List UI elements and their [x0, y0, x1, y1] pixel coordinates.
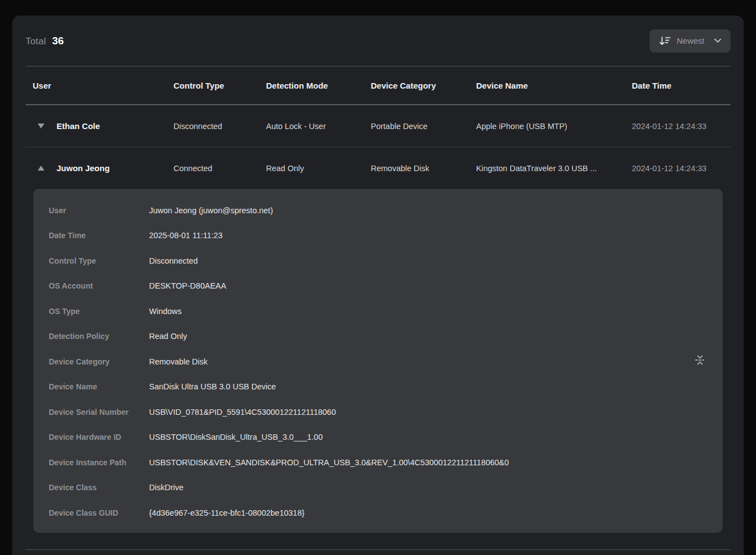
detail-value: USBSTOR\DiskSanDisk_Ultra_USB_3.0___1.00 — [149, 433, 323, 441]
detail-field: Device Serial NumberUSB\VID_0781&PID_559… — [49, 399, 723, 425]
page-background: Total 36 Newest — [0, 0, 756, 555]
user-name: Juwon Jeong — [57, 163, 110, 173]
user-name: Ethan Cole — [57, 121, 100, 131]
detail-field: Device Class GUID{4d36e967-e325-11ce-bfc… — [49, 500, 723, 526]
detail-panel: UserJuwon Jeong (juwon@spresto.net) Date… — [33, 189, 723, 533]
device-category-cell: Removable Disk — [371, 164, 476, 173]
user-cell: Juwon Jeong — [25, 163, 173, 173]
control-type-cell: Disconnected — [173, 122, 266, 131]
column-header-detection-mode: Detection Mode — [266, 81, 371, 90]
detail-value: Disconnected — [149, 256, 198, 265]
detail-value: USBSTOR\DISK&VEN_SANDISK&PROD_ULTRA_USB_… — [149, 458, 509, 467]
column-header-user: User — [25, 81, 173, 90]
detail-field: Device CategoryRemovable Disk — [49, 349, 723, 374]
detail-value: Juwon Jeong (juwon@spresto.net) — [149, 206, 273, 215]
user-cell: Ethan Cole — [25, 121, 173, 131]
detail-field: Device Hardware IDUSBSTOR\DiskSanDisk_Ul… — [49, 425, 723, 450]
detail-field: Date Time2025-08-01 11:11:23 — [49, 223, 723, 249]
detail-label: User — [49, 206, 149, 215]
device-category-cell: Portable Device — [371, 122, 476, 131]
card-header: Total 36 Newest — [25, 16, 731, 66]
collapse-toggle-button[interactable] — [37, 166, 45, 171]
detail-field: Detection PolicyRead Only — [49, 324, 723, 350]
detail-value: DiskDrive — [149, 483, 183, 492]
detail-value: {4d36e967-e325-11ce-bfc1-08002be10318} — [149, 508, 304, 517]
detail-label: Device Name — [49, 382, 149, 391]
total-value: 36 — [52, 35, 64, 47]
column-header-control-type: Control Type — [173, 81, 266, 90]
detail-field: UserJuwon Jeong (juwon@spresto.net) — [49, 198, 723, 223]
total-label: Total — [25, 36, 46, 47]
bottom-divider — [25, 549, 731, 550]
caret-down-icon — [38, 124, 44, 129]
column-header-device-name: Device Name — [476, 81, 632, 90]
detail-field: Control TypeDisconnected — [49, 248, 723, 274]
collapse-vertical-icon — [693, 353, 707, 369]
sort-selected-value: Newest — [677, 36, 704, 45]
detail-field: Device ClassDiskDrive — [49, 475, 723, 501]
sort-descending-icon — [658, 35, 671, 47]
detail-field: OS TypeWindows — [49, 299, 723, 324]
detail-value: SanDisk Ultra USB 3.0 USB Device — [149, 382, 276, 391]
column-header-date-time: Date Time — [632, 81, 731, 90]
detail-label: Device Hardware ID — [49, 433, 149, 441]
caret-up-icon — [38, 166, 44, 171]
device-name-cell: Apple iPhone (USB MTP) — [476, 122, 632, 131]
detail-value: 2025-08-01 11:11:23 — [149, 231, 223, 240]
date-time-cell: 2024-01-12 14:24:33 — [632, 164, 731, 173]
device-name-cell: Kingston DataTraveler 3.0 USB ... — [476, 164, 632, 173]
detail-field: OS AccountDESKTOP-D80AEAA — [49, 274, 723, 299]
detail-value: USB\VID_0781&PID_5591\4C5300012211211180… — [149, 408, 336, 417]
detail-label: Date Time — [49, 231, 149, 240]
detail-label: Detection Policy — [49, 332, 149, 341]
detail-label: Device Class — [49, 483, 149, 492]
table-row[interactable]: Ethan Cole Disconnected Auto Lock - User… — [25, 105, 731, 147]
device-log-card: Total 36 Newest — [12, 16, 744, 555]
expand-toggle-button[interactable] — [37, 124, 45, 129]
detail-label: Device Category — [49, 357, 149, 366]
detail-label: Device Instance Path — [49, 458, 149, 467]
detail-value: Windows — [149, 307, 182, 316]
detail-field: Device Instance PathUSBSTOR\DISK&VEN_SAN… — [49, 450, 723, 475]
control-type-cell: Connected — [173, 164, 266, 173]
detail-field: Device NameSanDisk Ultra USB 3.0 USB Dev… — [49, 374, 723, 400]
collapse-panel-button[interactable] — [693, 353, 707, 368]
table-header: User Control Type Detection Mode Device … — [25, 66, 731, 105]
detail-value: Read Only — [149, 332, 187, 341]
detection-mode-cell: Auto Lock - User — [266, 122, 371, 131]
table-row[interactable]: Juwon Jeong Connected Read Only Removabl… — [25, 147, 731, 189]
column-header-device-category: Device Category — [371, 81, 476, 90]
detection-mode-cell: Read Only — [266, 164, 371, 173]
detail-value: DESKTOP-D80AEAA — [149, 281, 226, 290]
detail-label: OS Account — [49, 281, 149, 290]
total-count: Total 36 — [25, 35, 64, 47]
detail-label: Device Serial Number — [49, 408, 149, 417]
detail-label: OS Type — [49, 307, 149, 316]
detail-label: Device Class GUID — [49, 508, 149, 517]
sort-dropdown-button[interactable]: Newest — [650, 29, 731, 53]
detail-label: Control Type — [49, 256, 149, 265]
detail-value: Removable Disk — [149, 357, 208, 366]
date-time-cell: 2024-01-12 14:24:33 — [632, 122, 731, 131]
chevron-down-icon — [714, 38, 722, 43]
